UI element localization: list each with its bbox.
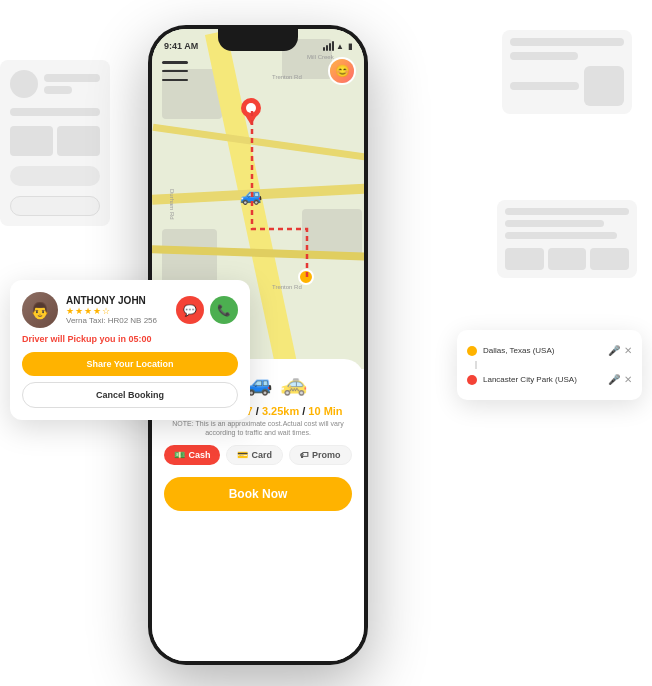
driver-name: ANTHONY JOHN <box>66 295 157 306</box>
call-button[interactable]: 📞 <box>210 296 238 324</box>
call-icon: 📞 <box>217 304 231 317</box>
origin-text: Dallas, Texas (USA) <box>483 346 602 355</box>
decorative-btn <box>10 196 100 216</box>
status-icons: ▲ ▮ <box>323 41 352 51</box>
location-card: Dallas, Texas (USA) 🎤 ✕ Lancaster City P… <box>457 330 642 400</box>
card-icon: 💳 <box>237 450 248 460</box>
decorative-box <box>590 248 629 270</box>
driver-header: 👨 ANTHONY JOHN ★★★★☆ Verna Taxi: HR02 NB… <box>22 292 238 328</box>
decorative-box <box>505 248 544 270</box>
driver-avatar: 👨 <box>22 292 58 328</box>
close-icon-from[interactable]: ✕ <box>624 345 632 356</box>
tab-card[interactable]: 💳 Card <box>226 445 283 465</box>
decorative-line <box>505 220 604 227</box>
message-button[interactable]: 💬 <box>176 296 204 324</box>
car-option-suv[interactable]: 🚕 <box>280 371 307 397</box>
driver-actions: 💬 📞 <box>176 296 238 324</box>
decorative-line <box>510 52 578 60</box>
decorative-box <box>57 126 100 156</box>
location-from-row: Dallas, Texas (USA) 🎤 ✕ <box>467 340 632 361</box>
cash-icon: 💵 <box>174 450 185 460</box>
decorative-btn <box>10 166 100 186</box>
origin-actions: 🎤 ✕ <box>608 345 632 356</box>
origin-dot <box>467 346 477 356</box>
decorative-line <box>10 108 100 116</box>
mic-icon-from[interactable]: 🎤 <box>608 345 620 356</box>
tab-cash-label: Cash <box>188 450 210 460</box>
decorative-box <box>548 248 587 270</box>
close-icon-to[interactable]: ✕ <box>624 374 632 385</box>
decorative-card-top-right <box>502 30 632 114</box>
menu-button[interactable] <box>162 61 188 81</box>
tab-promo[interactable]: 🏷 Promo <box>289 445 352 465</box>
wifi-icon: ▲ <box>336 42 344 51</box>
decorative-card-right-middle <box>497 200 637 278</box>
tab-cash[interactable]: 💵 Cash <box>164 445 220 465</box>
driver-info: 👨 ANTHONY JOHN ★★★★☆ Verna Taxi: HR02 NB… <box>22 292 157 328</box>
battery-icon: ▮ <box>348 42 352 51</box>
driver-eta: Driver will Pickup you in 05:00 <box>22 334 238 344</box>
decorative-box <box>10 126 53 156</box>
decorative-line <box>510 82 579 90</box>
avatar-image: 😊 <box>330 59 354 83</box>
signal-icon <box>323 41 334 51</box>
fare-note: NOTE: This is an approximate cost.Actual… <box>164 419 352 437</box>
status-bar: 9:41 AM ▲ ▮ <box>152 29 364 57</box>
book-now-button[interactable]: Book Now <box>164 477 352 511</box>
destination-actions: 🎤 ✕ <box>608 374 632 385</box>
driver-taxi-id: Verna Taxi: HR02 NB 256 <box>66 316 157 325</box>
driver-card: 👨 ANTHONY JOHN ★★★★☆ Verna Taxi: HR02 NB… <box>10 280 250 420</box>
message-icon: 💬 <box>183 304 197 317</box>
location-to-row: Lancaster City Park (USA) 🎤 ✕ <box>467 369 632 390</box>
destination-dot <box>467 375 477 385</box>
decorative-line <box>44 86 72 94</box>
mic-icon-to[interactable]: 🎤 <box>608 374 620 385</box>
promo-icon: 🏷 <box>300 450 309 460</box>
payment-tabs: 💵 Cash 💳 Card 🏷 Promo <box>164 445 352 465</box>
destination-text: Lancaster City Park (USA) <box>483 375 602 384</box>
decorative-line <box>505 232 617 239</box>
decorative-line <box>44 74 100 82</box>
share-location-button[interactable]: Share Your Location <box>22 352 238 376</box>
tab-card-label: Card <box>251 450 272 460</box>
decorative-line <box>510 38 624 46</box>
decorative-square <box>584 66 624 106</box>
decorative-avatar <box>10 70 38 98</box>
user-avatar[interactable]: 😊 <box>328 57 356 85</box>
driver-rating: ★★★★☆ <box>66 306 157 316</box>
route-connector <box>475 361 477 369</box>
cancel-booking-button[interactable]: Cancel Booking <box>22 382 238 408</box>
decorative-line <box>505 208 629 215</box>
driver-details: ANTHONY JOHN ★★★★☆ Verna Taxi: HR02 NB 2… <box>66 295 157 325</box>
decorative-card-left <box>0 60 110 226</box>
status-time: 9:41 AM <box>164 41 198 51</box>
tab-promo-label: Promo <box>312 450 341 460</box>
